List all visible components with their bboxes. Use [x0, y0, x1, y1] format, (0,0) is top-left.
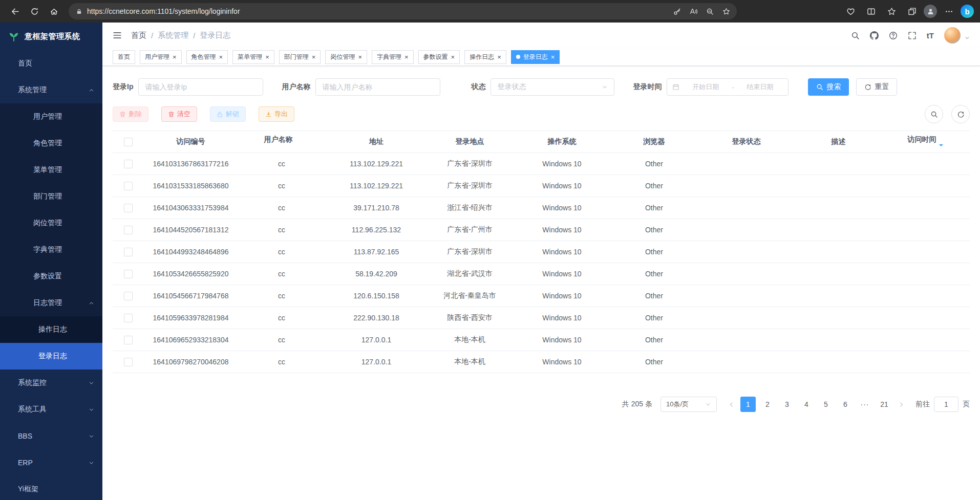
- reset-button[interactable]: 重置: [856, 78, 897, 96]
- row-checkbox[interactable]: [124, 182, 133, 190]
- page-size-select[interactable]: 10条/页: [661, 397, 717, 412]
- refresh-table-button[interactable]: [951, 105, 970, 123]
- row-checkbox[interactable]: [124, 248, 133, 256]
- row-checkbox[interactable]: [124, 270, 133, 278]
- sidebar-item[interactable]: 参数设置: [0, 263, 102, 290]
- close-icon[interactable]: ×: [404, 54, 409, 60]
- column-header[interactable]: 访问时间: [881, 131, 970, 153]
- login-time-range[interactable]: 开始日期 - 结束日期: [667, 78, 789, 96]
- column-header[interactable]: 浏览器: [612, 131, 696, 153]
- sidebar-item[interactable]: 首页: [0, 50, 102, 77]
- user-avatar[interactable]: [944, 27, 961, 44]
- avatar-dropdown-icon[interactable]: [965, 35, 970, 44]
- column-header[interactable]: 用户名称: [238, 131, 325, 153]
- tab[interactable]: 首页: [113, 50, 135, 64]
- sidebar-item[interactable]: BBS: [0, 423, 102, 449]
- close-icon[interactable]: ×: [551, 54, 555, 60]
- delete-button[interactable]: 删除: [113, 106, 148, 122]
- table-row[interactable]: 1641054566717984768 cc 120.6.150.158 河北省…: [113, 285, 970, 307]
- table-row[interactable]: 1641059633978281984 cc 222.90.130.18 陕西省…: [113, 307, 970, 329]
- sidebar-item[interactable]: 登录日志: [0, 343, 102, 369]
- row-checkbox[interactable]: [124, 160, 133, 168]
- column-header[interactable]: 登录地点: [428, 131, 512, 153]
- export-button[interactable]: 导出: [259, 106, 294, 122]
- browser-settings-icon[interactable]: [940, 3, 957, 20]
- username-input[interactable]: [315, 78, 440, 96]
- add-favorite-icon[interactable]: [718, 4, 734, 19]
- browser-essentials-icon[interactable]: [842, 3, 859, 20]
- table-row[interactable]: 1641043063331753984 cc 39.171.210.78 浙江省…: [113, 197, 970, 219]
- column-header[interactable]: 访问编号: [143, 131, 238, 153]
- tab[interactable]: 菜单管理 ×: [232, 50, 274, 64]
- unlock-button[interactable]: 解锁: [210, 106, 246, 122]
- read-aloud-icon[interactable]: [686, 4, 701, 19]
- table-row[interactable]: 1641069798270046208 cc 127.0.0.1 本地-本机 W…: [113, 351, 970, 373]
- row-checkbox[interactable]: [124, 292, 133, 300]
- column-header[interactable]: 操作系统: [512, 131, 612, 153]
- page-button[interactable]: 6: [838, 397, 853, 412]
- font-size-icon[interactable]: tT: [927, 31, 934, 40]
- table-row[interactable]: 1641053426655825920 cc 58.19.42.209 湖北省-…: [113, 263, 970, 285]
- help-icon[interactable]: [889, 31, 898, 40]
- close-icon[interactable]: ×: [312, 54, 316, 60]
- next-page-button[interactable]: [894, 397, 908, 411]
- sidebar-item[interactable]: 用户管理: [0, 103, 102, 130]
- row-checkbox[interactable]: [124, 314, 133, 322]
- table-row[interactable]: 1641031533185863680 cc 113.102.129.221 广…: [113, 175, 970, 197]
- sidebar-item[interactable]: 系统工具: [0, 396, 102, 423]
- sidebar-item[interactable]: 系统管理: [0, 77, 102, 103]
- prev-page-button[interactable]: [724, 397, 738, 411]
- status-select[interactable]: 登录状态: [491, 78, 614, 96]
- close-icon[interactable]: ×: [265, 54, 269, 60]
- sidebar-item[interactable]: 字典管理: [0, 236, 102, 263]
- table-row[interactable]: 1641044520567181312 cc 112.96.225.132 广东…: [113, 219, 970, 241]
- tab[interactable]: 部门管理 ×: [279, 50, 321, 64]
- page-button[interactable]: 4: [799, 397, 814, 412]
- sidebar-item[interactable]: 菜单管理: [0, 157, 102, 183]
- browser-profile-avatar[interactable]: [924, 5, 937, 18]
- close-icon[interactable]: ×: [173, 54, 177, 60]
- table-row[interactable]: 1641069652933218304 cc 127.0.0.1 本地-本机 W…: [113, 329, 970, 351]
- address-bar[interactable]: https://ccnetcore.com:1101/system/log/lo…: [69, 3, 737, 19]
- tab[interactable]: 岗位管理 ×: [325, 50, 367, 64]
- tab[interactable]: 字典管理 ×: [372, 50, 414, 64]
- github-icon[interactable]: [870, 31, 879, 40]
- login-ip-input[interactable]: [138, 78, 263, 96]
- browser-home-icon[interactable]: [45, 3, 62, 20]
- sidebar-item[interactable]: 系统监控: [0, 369, 102, 396]
- tab[interactable]: 登录日志 ×: [511, 50, 560, 64]
- page-button[interactable]: 2: [760, 397, 775, 412]
- fullscreen-icon[interactable]: [908, 31, 917, 40]
- sidebar-item[interactable]: 岗位管理: [0, 210, 102, 236]
- table-row[interactable]: 1641031367863177216 cc 113.102.129.221 广…: [113, 153, 970, 175]
- page-button[interactable]: 5: [818, 397, 834, 412]
- sidebar-item[interactable]: Yi框架: [0, 476, 102, 500]
- sidebar-item[interactable]: 操作日志: [0, 316, 102, 343]
- close-icon[interactable]: ×: [219, 54, 223, 60]
- tab[interactable]: 角色管理 ×: [186, 50, 228, 64]
- sidebar-item[interactable]: 日志管理: [0, 290, 102, 316]
- select-all-checkbox[interactable]: [124, 138, 133, 146]
- favorites-icon[interactable]: [883, 3, 900, 20]
- collections-icon[interactable]: [903, 3, 921, 20]
- close-icon[interactable]: ×: [497, 54, 501, 60]
- page-button[interactable]: 3: [779, 397, 795, 412]
- close-icon[interactable]: ×: [451, 54, 455, 60]
- column-header[interactable]: 描述: [796, 131, 881, 153]
- column-header[interactable]: 地址: [325, 131, 428, 153]
- sidebar-item[interactable]: 角色管理: [0, 130, 102, 157]
- site-lock-icon[interactable]: [76, 8, 82, 15]
- sidebar-item[interactable]: ERP: [0, 449, 102, 476]
- breadcrumb-home[interactable]: 首页: [131, 31, 146, 40]
- tab[interactable]: 参数设置 ×: [418, 50, 460, 64]
- page-button[interactable]: 21: [877, 397, 892, 412]
- password-key-icon[interactable]: [669, 4, 685, 19]
- goto-page-input[interactable]: [934, 397, 958, 412]
- copilot-icon[interactable]: b: [961, 5, 974, 18]
- tab[interactable]: 用户管理 ×: [140, 50, 182, 64]
- sidebar-item[interactable]: 部门管理: [0, 183, 102, 210]
- reload-icon[interactable]: [26, 3, 43, 20]
- header-search-icon[interactable]: [851, 31, 860, 40]
- page-button[interactable]: 1: [740, 397, 756, 412]
- close-icon[interactable]: ×: [358, 54, 362, 60]
